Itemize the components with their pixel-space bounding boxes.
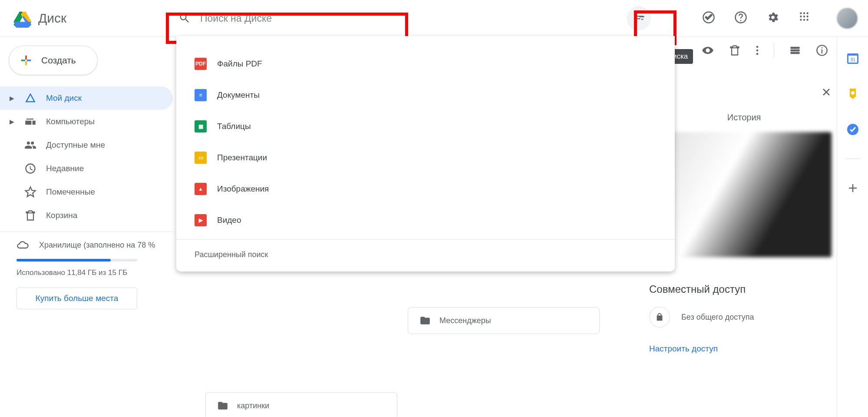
suggestion-sheets[interactable]: ▦Таблицы: [176, 111, 675, 142]
share-heading: Совместный доступ: [649, 283, 832, 295]
nav-recent[interactable]: ▶ Недавние: [0, 157, 173, 180]
create-button[interactable]: Создать: [9, 46, 98, 75]
file-toolbar: [702, 43, 837, 58]
image-icon: ▲: [195, 183, 207, 195]
people-icon: [24, 139, 36, 151]
tab-history[interactable]: История: [727, 113, 761, 132]
nav-label: Мой диск: [46, 93, 82, 103]
nav-label: Компьютеры: [46, 117, 95, 126]
storage-row[interactable]: Хранилище (заполнено на 78 %: [17, 239, 162, 251]
storage-bar-fill: [17, 259, 111, 261]
svg-point-9: [800, 16, 802, 17]
search-input[interactable]: [200, 13, 653, 24]
nav-label: Корзина: [46, 211, 77, 220]
header: Диск Параметры поиска: [0, 0, 868, 37]
cloud-icon: [17, 239, 29, 251]
svg-point-12: [800, 19, 802, 20]
layout-button[interactable]: [789, 44, 801, 56]
chevron-right-icon: ▶: [10, 118, 15, 125]
search-wrap: [166, 5, 702, 32]
separator: [0, 232, 173, 232]
storage-used-text: Использовано 11,84 ГБ из 15 ГБ: [17, 268, 162, 278]
folder-icon: [419, 315, 431, 326]
search-icon: [178, 12, 191, 24]
storage-section: Хранилище (заполнено на 78 % Использован…: [0, 239, 173, 309]
folder-card[interactable]: Мессенджеры: [408, 307, 600, 334]
pdf-icon: PDF: [195, 58, 207, 70]
body: Создать ▶ Мой диск ▶ Компьютеры ▶ Доступ…: [0, 37, 868, 417]
suggestion-docs[interactable]: ≡Документы: [176, 79, 675, 111]
share-status-text: Без общего доступа: [681, 313, 754, 322]
svg-point-8: [806, 12, 808, 14]
apps-button[interactable]: [799, 11, 813, 26]
create-label: Создать: [41, 55, 76, 66]
folder-card[interactable]: картинки: [205, 392, 397, 417]
svg-point-13: [803, 19, 805, 20]
plus-icon: [19, 53, 33, 68]
right-rail: 31: [837, 37, 868, 417]
details-tabs: йства История: [649, 113, 832, 132]
nav-computers[interactable]: ▶ Компьютеры: [0, 110, 173, 133]
lock-icon: [649, 307, 670, 328]
trash-icon: [24, 209, 36, 222]
tasks-app-button[interactable]: [846, 123, 859, 136]
advanced-search-link[interactable]: Расширенный поиск: [176, 240, 675, 271]
svg-point-17: [756, 53, 759, 55]
separator: [846, 159, 860, 159]
preview-button[interactable]: [702, 44, 714, 56]
settings-button[interactable]: [766, 11, 781, 26]
account-avatar[interactable]: [837, 8, 858, 29]
folder-icon: [217, 400, 228, 411]
nav-my-drive[interactable]: ▶ Мой диск: [0, 86, 173, 110]
separator: [774, 43, 774, 58]
support-button[interactable]: [734, 11, 749, 26]
suggestion-slides[interactable]: ▭Презентации: [176, 142, 675, 173]
suggestion-pdf[interactable]: PDFФайлы PDF: [176, 48, 675, 79]
add-apps-button[interactable]: [846, 182, 859, 195]
svg-point-14: [806, 19, 808, 20]
search-box: [166, 5, 657, 32]
logo[interactable]: Диск: [12, 8, 166, 29]
svg-point-11: [806, 16, 808, 17]
folder-name: картинки: [237, 401, 269, 410]
delete-button[interactable]: [729, 44, 741, 56]
drive-logo-icon: [12, 8, 33, 29]
star-icon: [24, 186, 36, 198]
sidebar: Создать ▶ Мой диск ▶ Компьютеры ▶ Доступ…: [0, 37, 173, 417]
storage-bar: [17, 259, 137, 261]
info-button[interactable]: [816, 44, 828, 56]
close-details-button[interactable]: [821, 87, 832, 97]
devices-icon: [24, 116, 36, 128]
clock-icon: [24, 162, 36, 175]
configure-access-link[interactable]: Настроить доступ: [649, 344, 832, 354]
nav-shared[interactable]: ▶ Доступные мне: [0, 133, 173, 157]
more-button[interactable]: [756, 44, 759, 56]
svg-marker-3: [13, 22, 31, 27]
slides-icon: ▭: [195, 152, 207, 164]
search-suggestions-panel: PDFФайлы PDF ≡Документы ▦Таблицы ▭Презен…: [176, 36, 675, 271]
svg-point-10: [803, 16, 805, 17]
main: PDFФайлы PDF ≡Документы ▦Таблицы ▭Презен…: [173, 37, 837, 417]
storage-label: Хранилище (заполнено на 78 %: [39, 241, 155, 250]
nav-label: Доступные мне: [46, 140, 105, 150]
app-title: Диск: [38, 11, 66, 26]
suggestion-images[interactable]: ▲Изображения: [176, 173, 675, 205]
svg-point-22: [851, 91, 855, 95]
calendar-app-button[interactable]: 31: [846, 52, 859, 65]
nav-trash[interactable]: ▶ Корзина: [0, 204, 173, 227]
tune-icon: [633, 12, 645, 24]
nav-starred[interactable]: ▶ Помеченные: [0, 180, 173, 204]
nav-label: Помеченные: [46, 187, 95, 197]
offline-ready-button[interactable]: [702, 11, 717, 26]
suggestion-video[interactable]: ▶Видео: [176, 205, 675, 236]
header-actions: [702, 8, 858, 29]
buy-storage-button[interactable]: Купить больше места: [17, 288, 137, 310]
svg-point-15: [756, 46, 759, 48]
share-status-row: Без общего доступа: [649, 307, 832, 328]
search-options-button[interactable]: [627, 6, 651, 30]
svg-text:31: 31: [850, 57, 855, 62]
keep-app-button[interactable]: [846, 87, 859, 100]
nav: ▶ Мой диск ▶ Компьютеры ▶ Доступные мне …: [0, 86, 173, 227]
svg-point-6: [800, 12, 802, 14]
chevron-right-icon: ▶: [10, 95, 15, 102]
